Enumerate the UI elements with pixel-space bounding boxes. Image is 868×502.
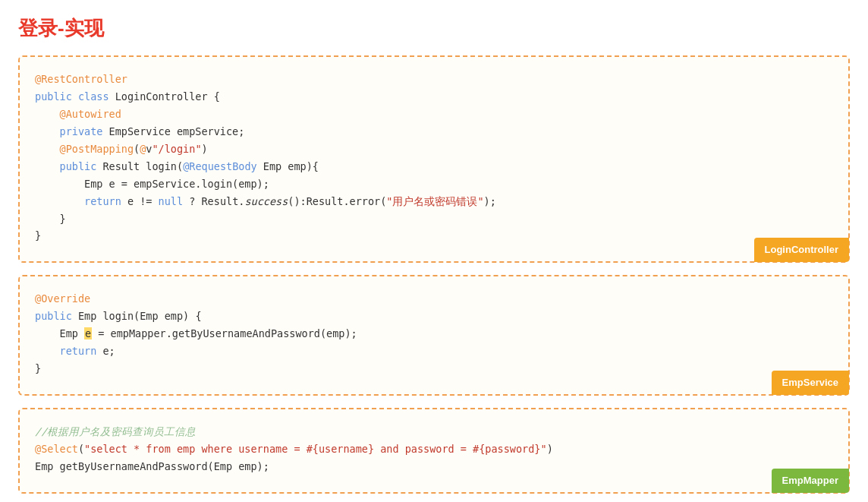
badge-emp-service: EmpService — [772, 371, 849, 395]
code-content-1: @RestController public class LoginContro… — [35, 71, 833, 245]
page-title: 登录-实现 — [18, 15, 850, 42]
badge-emp-mapper: EmpMapper — [772, 469, 849, 493]
code-block-emp-mapper: //根据用户名及密码查询员工信息 @Select("select * from … — [18, 408, 850, 494]
badge-login-controller: LoginController — [754, 238, 850, 262]
code-content-3: //根据用户名及密码查询员工信息 @Select("select * from … — [35, 423, 833, 475]
code-content-2: @Override public Emp login(Emp emp) { Em… — [35, 290, 833, 377]
code-block-login-controller: @RestController public class LoginContro… — [18, 55, 850, 263]
code-block-emp-service: @Override public Emp login(Emp emp) { Em… — [18, 275, 850, 396]
